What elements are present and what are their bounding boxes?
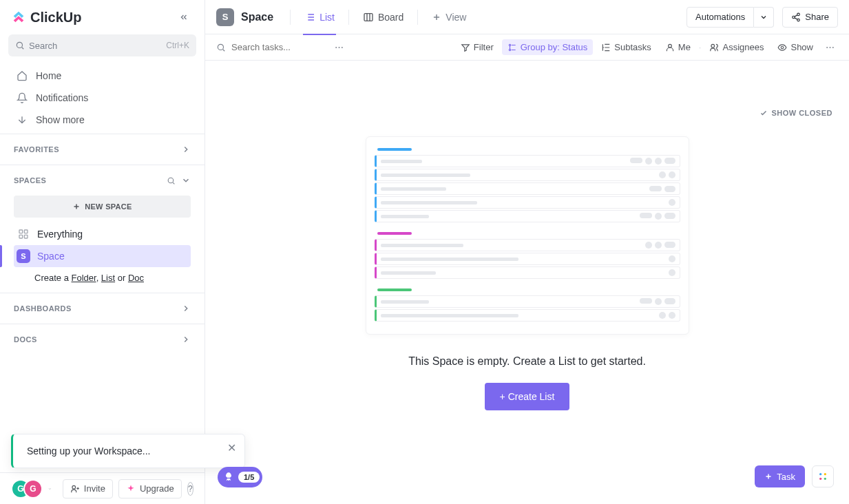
tab-add-view[interactable]: View	[423, 0, 474, 34]
search-more-button[interactable]: ⋯	[331, 39, 347, 56]
create-folder-link[interactable]: Folder	[71, 273, 96, 283]
create-list-button[interactable]: + Create List	[485, 383, 570, 410]
onboarding-pill[interactable]: 1/5	[218, 467, 262, 487]
toast-message: Setting up your Workspace...	[27, 445, 151, 456]
svg-rect-5	[24, 235, 28, 238]
board-icon	[363, 12, 374, 23]
new-task-fab[interactable]: Task	[755, 465, 805, 487]
show-closed-toggle[interactable]: SHOW CLOSED	[759, 109, 832, 117]
svg-point-16	[782, 46, 784, 49]
eye-icon	[777, 43, 787, 52]
logo-icon	[11, 10, 26, 25]
share-icon	[791, 12, 801, 22]
show-button[interactable]: Show	[772, 39, 819, 55]
nav-show-more[interactable]: Show more	[0, 109, 205, 131]
separator	[417, 10, 418, 25]
docs-header[interactable]: DOCS	[0, 324, 205, 355]
grid-icon	[17, 227, 30, 241]
help-button[interactable]: ?	[187, 482, 193, 496]
toolbar-more-button[interactable]: ⋯	[821, 39, 838, 56]
search-shortcut: Ctrl+K	[166, 41, 189, 50]
docs-label: DOCS	[14, 335, 181, 344]
logo[interactable]: ClickUp	[11, 10, 81, 25]
home-icon	[17, 70, 28, 81]
dashboards-label: DASHBOARDS	[14, 304, 181, 313]
show-label: Show	[790, 42, 813, 52]
sidebar-footer: G G Invite Upgrade ?	[0, 472, 205, 504]
assignees-label: Assignees	[722, 42, 764, 52]
create-doc-link[interactable]: Doc	[128, 273, 144, 283]
filter-button[interactable]: Filter	[455, 39, 499, 55]
upgrade-button[interactable]: Upgrade	[118, 479, 182, 498]
sidebar-nav: Home Notifications Show more	[0, 62, 205, 134]
favorites-header[interactable]: FAVORITES	[0, 134, 205, 165]
me-button[interactable]: Me	[660, 39, 696, 55]
sidebar-header: ClickUp	[0, 0, 205, 34]
svg-point-13	[509, 49, 510, 50]
everything-label: Everything	[37, 229, 83, 240]
chevron-right-icon	[181, 304, 191, 313]
brand-text: ClickUp	[30, 10, 81, 25]
invite-button[interactable]: Invite	[63, 479, 113, 498]
svg-point-15	[711, 44, 715, 48]
chevron-right-icon	[181, 335, 191, 344]
spaces-body: NEW SPACE Everything S Space Create a Fo…	[0, 196, 205, 293]
dashboards-header[interactable]: DASHBOARDS	[0, 293, 205, 324]
search-icon[interactable]	[167, 176, 176, 185]
space-title: Space	[241, 11, 273, 23]
tab-board[interactable]: Board	[355, 0, 412, 34]
space-label: Space	[37, 251, 65, 262]
sidebar-search[interactable]: Search Ctrl+K	[8, 34, 196, 56]
svg-rect-4	[19, 235, 23, 238]
space-title-block[interactable]: S Space	[216, 8, 284, 26]
space-avatar: S	[216, 8, 234, 26]
user-icon	[665, 43, 675, 52]
group-by-button[interactable]: Group by: Status	[502, 39, 594, 55]
create-or: or	[115, 273, 128, 283]
list-icon	[304, 12, 315, 23]
subtasks-label: Subtasks	[614, 42, 651, 52]
create-prefix: Create a	[34, 273, 71, 283]
chevron-down-icon[interactable]	[181, 176, 191, 185]
spaces-label: SPACES	[14, 176, 167, 185]
search-icon	[15, 41, 25, 50]
apps-fab[interactable]	[812, 465, 834, 487]
create-hint: Create a Folder, List or Doc	[14, 267, 191, 286]
sidebar-item-everything[interactable]: Everything	[14, 223, 191, 245]
sidebar-item-space[interactable]: S Space	[14, 245, 191, 267]
automations-label: Automations	[695, 12, 745, 22]
nav-label: Home	[36, 70, 61, 81]
spaces-header[interactable]: SPACES	[0, 165, 205, 196]
search-placeholder: Search	[29, 41, 57, 51]
bell-icon	[17, 92, 28, 103]
nav-label: Show more	[36, 114, 85, 125]
new-space-button[interactable]: NEW SPACE	[14, 196, 191, 218]
invite-label: Invite	[84, 483, 105, 494]
avatar-stack[interactable]: G G	[11, 479, 43, 498]
chevron-down-icon[interactable]	[48, 485, 52, 493]
empty-illustration	[366, 136, 689, 335]
toolbar-search[interactable]	[216, 42, 328, 52]
avatar: G	[23, 479, 43, 498]
collapse-sidebar-button[interactable]	[174, 8, 193, 27]
group-by-label: Group by: Status	[521, 42, 588, 52]
search-icon	[216, 43, 226, 52]
nav-home[interactable]: Home	[0, 65, 205, 87]
svg-point-19	[819, 478, 821, 480]
automations-button[interactable]: Automations	[686, 7, 754, 28]
empty-message: This Space is empty. Create a List to ge…	[408, 355, 646, 368]
svg-point-0	[17, 42, 22, 48]
nav-notifications[interactable]: Notifications	[0, 87, 205, 109]
rocket-icon	[223, 472, 234, 483]
nav-label: Notifications	[36, 92, 88, 103]
sparkle-icon	[126, 484, 136, 494]
tab-list[interactable]: List	[296, 0, 343, 34]
automations-dropdown[interactable]	[754, 7, 774, 28]
tab-label: View	[446, 12, 466, 23]
create-list-link[interactable]: List	[101, 273, 115, 283]
share-button[interactable]: Share	[782, 7, 838, 28]
automations-group: Automations	[686, 7, 774, 28]
task-search-input[interactable]	[231, 42, 328, 52]
assignees-button[interactable]: Assignees	[704, 39, 769, 55]
subtasks-button[interactable]: Subtasks	[596, 39, 656, 55]
